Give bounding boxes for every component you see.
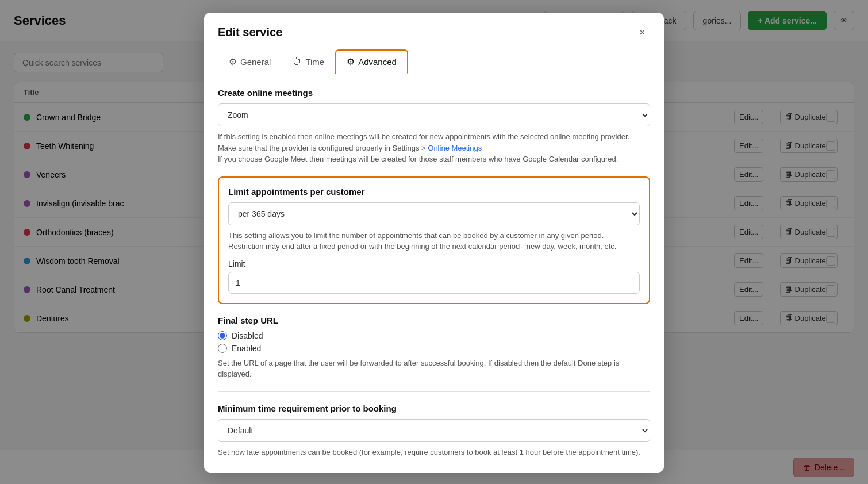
help-text-1: If this setting is enabled then online m…	[218, 132, 629, 141]
limit-appointments-section: Limit appointments per customer per 365 …	[218, 176, 650, 304]
help-text-3: If you choose Google Meet then meetings …	[218, 155, 618, 163]
modal-body: Create online meetings Zoom Google Meet …	[204, 74, 664, 471]
edit-service-modal: Edit service × ⚙ General ⏱ Time ⚙ Advanc…	[204, 13, 664, 473]
online-meetings-section: Create online meetings Zoom Google Meet …	[218, 88, 650, 165]
minimum-time-title: Minimum time requirement prior to bookin…	[218, 404, 650, 413]
tab-advanced[interactable]: ⚙ Advanced	[335, 49, 408, 74]
tab-general[interactable]: ⚙ General	[218, 49, 282, 74]
limit-help-text: This setting allows you to limit the num…	[228, 230, 640, 252]
final-step-url-title: Final step URL	[218, 316, 650, 325]
help-text-2: Make sure that the provider is configure…	[218, 144, 428, 152]
minimum-time-select[interactable]: Default 1 hour 2 hours 24 hours	[218, 419, 650, 442]
online-meetings-title: Create online meetings	[218, 88, 650, 98]
online-meetings-help: If this setting is enabled then online m…	[218, 131, 650, 165]
clock-icon: ⏱	[293, 57, 302, 67]
modal-close-button[interactable]: ×	[634, 24, 650, 40]
modal-title: Edit service	[218, 26, 282, 39]
radio-disabled-label: Disabled	[232, 331, 263, 340]
tab-time-label: Time	[305, 57, 324, 67]
online-meetings-select[interactable]: Zoom Google Meet Disabled	[218, 103, 650, 126]
radio-group-final-step: Disabled Enabled	[218, 331, 650, 353]
limit-input-wrap: Limit	[228, 259, 640, 294]
radio-enabled[interactable]: Enabled	[218, 344, 650, 353]
gear-icon-advanced: ⚙	[347, 56, 355, 67]
modal-tabs: ⚙ General ⏱ Time ⚙ Advanced	[204, 40, 664, 74]
minimum-time-section: Minimum time requirement prior to bookin…	[218, 404, 650, 458]
final-step-url-section: Final step URL Disabled Enabled Set the …	[218, 316, 650, 380]
limit-period-select[interactable]: per 365 days per day per week per month …	[228, 202, 640, 225]
tab-general-label: General	[240, 57, 271, 67]
tab-advanced-label: Advanced	[358, 57, 397, 67]
final-step-help-text: Set the URL of a page that the user will…	[218, 358, 650, 380]
radio-disabled-input[interactable]	[218, 331, 227, 340]
online-meetings-link[interactable]: Online Meetings	[428, 144, 482, 152]
gear-icon: ⚙	[229, 56, 237, 67]
limit-number-input[interactable]	[228, 272, 640, 294]
section-divider	[218, 391, 650, 392]
modal-header: Edit service ×	[204, 13, 664, 40]
radio-enabled-input[interactable]	[218, 344, 227, 353]
tab-time[interactable]: ⏱ Time	[282, 49, 335, 74]
radio-disabled[interactable]: Disabled	[218, 331, 650, 340]
radio-enabled-label: Enabled	[232, 344, 261, 353]
limit-appointments-title: Limit appointments per customer	[228, 187, 640, 197]
limit-label: Limit	[228, 259, 640, 268]
minimum-time-help-text: Set how late appointments can be booked …	[218, 447, 650, 458]
